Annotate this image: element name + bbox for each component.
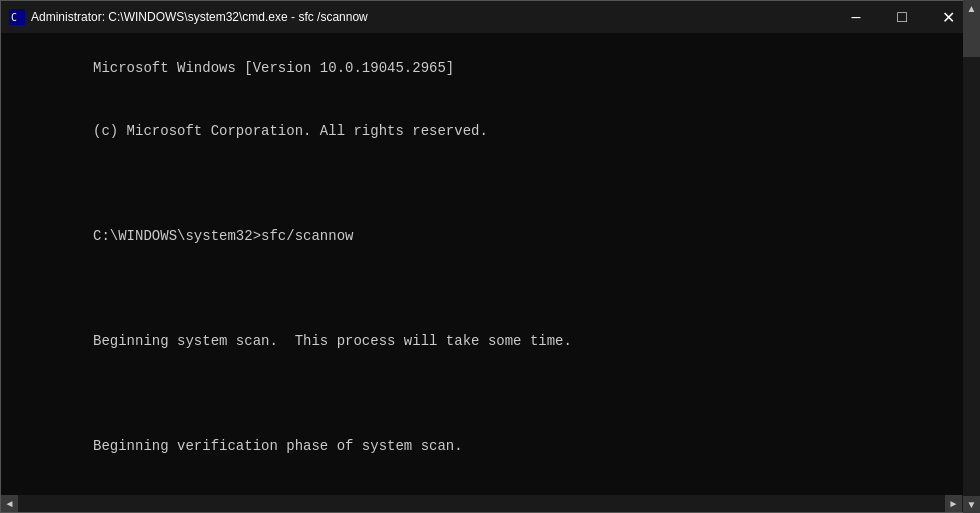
window-title: Administrator: C:\WINDOWS\system32\cmd.e…: [31, 10, 833, 24]
svg-text:C: C: [11, 12, 17, 23]
console-line1: Microsoft Windows [Version 10.0.19045.29…: [93, 60, 454, 76]
minimize-button[interactable]: –: [833, 1, 879, 33]
cmd-icon: C: [9, 9, 25, 25]
window-controls: – □ ✕: [833, 1, 971, 33]
scroll-left-button[interactable]: ◄: [1, 495, 18, 512]
console-line8: Beginning verification phase of system s…: [93, 438, 463, 454]
scroll-right-button[interactable]: ►: [945, 495, 962, 512]
cmd-window: C Administrator: C:\WINDOWS\system32\cmd…: [0, 0, 980, 513]
maximize-button[interactable]: □: [879, 1, 925, 33]
vertical-scrollbar[interactable]: ▲ ▼: [963, 33, 979, 495]
h-scroll-track[interactable]: [18, 495, 945, 512]
console-and-scrollbar: Microsoft Windows [Version 10.0.19045.29…: [1, 33, 979, 495]
console-body[interactable]: Microsoft Windows [Version 10.0.19045.29…: [1, 33, 979, 495]
console-main: Microsoft Windows [Version 10.0.19045.29…: [1, 33, 979, 512]
scroll-track[interactable]: [963, 33, 979, 495]
console-output: Microsoft Windows [Version 10.0.19045.29…: [9, 37, 971, 495]
scroll-thumb[interactable]: [963, 33, 979, 57]
console-line2: (c) Microsoft Corporation. All rights re…: [93, 123, 488, 139]
console-line4: C:\WINDOWS\system32>sfc/scannow: [93, 228, 353, 244]
title-bar: C Administrator: C:\WINDOWS\system32\cmd…: [1, 1, 979, 33]
console-line6: Beginning system scan. This process will…: [93, 333, 572, 349]
horizontal-scrollbar[interactable]: ◄ ►: [1, 495, 979, 512]
